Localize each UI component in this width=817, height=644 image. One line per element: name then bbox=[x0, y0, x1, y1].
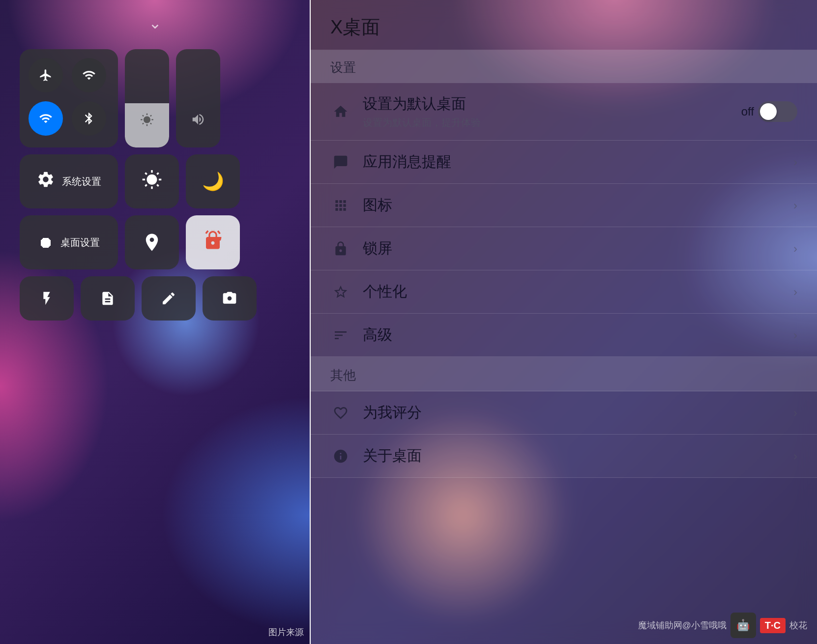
notification-right: › bbox=[793, 155, 797, 169]
settings-section-label: 设置 bbox=[330, 60, 356, 75]
about-content: 关于桌面 bbox=[363, 446, 793, 466]
other-section-label: 其他 bbox=[330, 368, 356, 382]
desktop-settings-button[interactable]: ⏺ 桌面设置 bbox=[20, 215, 118, 269]
brightness-slider[interactable] bbox=[125, 49, 169, 147]
night-mode-button[interactable]: 🌙 bbox=[186, 154, 240, 208]
connectivity-block bbox=[20, 49, 118, 147]
camera-icon bbox=[222, 291, 237, 306]
toggle-switch[interactable] bbox=[758, 101, 797, 122]
icons-title: 图标 bbox=[363, 195, 793, 215]
menu-item-icons[interactable]: 图标 › bbox=[311, 184, 817, 227]
desktop-settings-label: 桌面设置 bbox=[60, 236, 100, 249]
rate-right: › bbox=[793, 406, 797, 420]
wifi-button[interactable] bbox=[29, 101, 63, 136]
watermark-left: 图片来源 bbox=[268, 626, 304, 638]
about-title: 关于桌面 bbox=[363, 446, 793, 466]
lock-rotation-icon bbox=[203, 230, 223, 255]
moon-icon: 🌙 bbox=[202, 171, 224, 192]
chevron-right-icon-4: › bbox=[793, 285, 797, 299]
svg-text:A: A bbox=[150, 176, 155, 184]
personalize-title: 个性化 bbox=[363, 282, 793, 302]
system-settings-label: 系统设置 bbox=[62, 175, 101, 188]
memo-icon bbox=[100, 291, 116, 306]
default-desktop-title: 设置为默认桌面 bbox=[363, 94, 741, 114]
bluetooth-button[interactable] bbox=[72, 101, 106, 136]
cc-last-row bbox=[20, 276, 290, 321]
chevron-right-icon-7: › bbox=[793, 449, 797, 463]
right-panel: X桌面 设置 设置为默认桌面 设置为默认桌面，提升体验 o bbox=[311, 0, 817, 644]
advanced-title: 高级 bbox=[363, 325, 793, 345]
left-panel: ⌄ bbox=[0, 0, 310, 644]
volume-icon bbox=[191, 112, 205, 130]
heart-icon bbox=[330, 403, 351, 423]
default-desktop-subtitle: 设置为默认桌面，提升体验 bbox=[363, 116, 741, 129]
auto-brightness-icon: A bbox=[142, 170, 162, 194]
menu-item-default-desktop[interactable]: 设置为默认桌面 设置为默认桌面，提升体验 off bbox=[311, 83, 817, 141]
pencil-button[interactable] bbox=[142, 276, 196, 321]
menu-item-personalize[interactable]: 个性化 › bbox=[311, 270, 817, 314]
home-icon bbox=[330, 101, 351, 122]
right-content: X桌面 设置 设置为默认桌面 设置为默认桌面，提升体验 o bbox=[311, 0, 817, 644]
bluetooth-icon bbox=[82, 112, 96, 125]
menu-item-advanced[interactable]: 高级 › bbox=[311, 314, 817, 357]
wm-tc-badge: T·C bbox=[760, 618, 786, 633]
wm-extra-label: 校花 bbox=[789, 619, 807, 631]
airplane-button[interactable] bbox=[29, 58, 63, 92]
other-section-header: 其他 bbox=[311, 357, 817, 391]
info-icon bbox=[330, 446, 351, 467]
location-button[interactable] bbox=[125, 215, 179, 269]
volume-slider[interactable] bbox=[176, 49, 220, 147]
about-right: › bbox=[793, 449, 797, 463]
watermark-text-left: 图片来源 bbox=[268, 626, 304, 638]
menu-item-rate[interactable]: 为我评分 › bbox=[311, 391, 817, 435]
watermark-site: 魔域铺助网@小雪哦哦 bbox=[638, 619, 727, 631]
personalize-right: › bbox=[793, 285, 797, 299]
chevron-right-icon-3: › bbox=[793, 242, 797, 256]
system-settings-button[interactable]: 系统设置 bbox=[20, 154, 118, 208]
icons-right: › bbox=[793, 199, 797, 212]
app-title: X桌面 bbox=[330, 17, 380, 37]
default-desktop-right: off bbox=[741, 101, 797, 122]
advanced-right: › bbox=[793, 328, 797, 342]
chevron-right-icon-5: › bbox=[793, 328, 797, 342]
flashlight-button[interactable] bbox=[20, 276, 74, 321]
camera-button[interactable] bbox=[203, 276, 257, 321]
personalize-content: 个性化 bbox=[363, 282, 793, 302]
chevron-down-icon[interactable]: ⌄ bbox=[148, 14, 162, 32]
lockscreen-title: 锁屏 bbox=[363, 238, 793, 259]
rate-content: 为我评分 bbox=[363, 403, 793, 423]
notification-title: 应用消息提醒 bbox=[363, 152, 793, 172]
grid-icon bbox=[330, 195, 351, 216]
settings-menu-list: 设置为默认桌面 设置为默认桌面，提升体验 off bbox=[311, 83, 817, 357]
rate-title: 为我评分 bbox=[363, 403, 793, 423]
settings-gear-icon bbox=[36, 170, 55, 193]
menu-item-lockscreen[interactable]: 锁屏 › bbox=[311, 227, 817, 270]
wifi-icon bbox=[39, 112, 53, 125]
notification-content: 应用消息提醒 bbox=[363, 152, 793, 172]
auto-brightness-button[interactable]: A bbox=[125, 154, 179, 208]
memo-button[interactable] bbox=[81, 276, 135, 321]
chevron-right-icon-6: › bbox=[793, 406, 797, 420]
advanced-content: 高级 bbox=[363, 325, 793, 345]
star-icon bbox=[330, 282, 351, 302]
advanced-icon bbox=[330, 325, 351, 346]
toggle-container: off bbox=[741, 101, 797, 122]
settings-section-header: 设置 bbox=[311, 50, 817, 83]
toggle-off-label: off bbox=[741, 105, 754, 118]
lock-rotation-button[interactable] bbox=[186, 215, 240, 269]
app-title-bar: X桌面 bbox=[311, 0, 817, 50]
default-desktop-content: 设置为默认桌面 设置为默认桌面，提升体验 bbox=[363, 94, 741, 129]
signal-icon bbox=[82, 68, 96, 82]
menu-item-notification[interactable]: 应用消息提醒 › bbox=[311, 141, 817, 184]
notification-icon bbox=[330, 152, 351, 173]
signal-button[interactable] bbox=[72, 58, 106, 92]
airplane-icon bbox=[39, 68, 53, 82]
chevron-right-icon-2: › bbox=[793, 199, 797, 212]
toggle-icon: ⏺ bbox=[38, 234, 54, 252]
menu-item-about[interactable]: 关于桌面 › bbox=[311, 435, 817, 478]
pencil-icon bbox=[161, 291, 176, 306]
control-center: 系统设置 A 🌙 ⏺ 桌面设置 bbox=[20, 49, 290, 321]
cc-top-row bbox=[20, 49, 290, 147]
lockscreen-content: 锁屏 bbox=[363, 238, 793, 259]
cc-mid-row: 系统设置 A 🌙 bbox=[20, 154, 290, 208]
